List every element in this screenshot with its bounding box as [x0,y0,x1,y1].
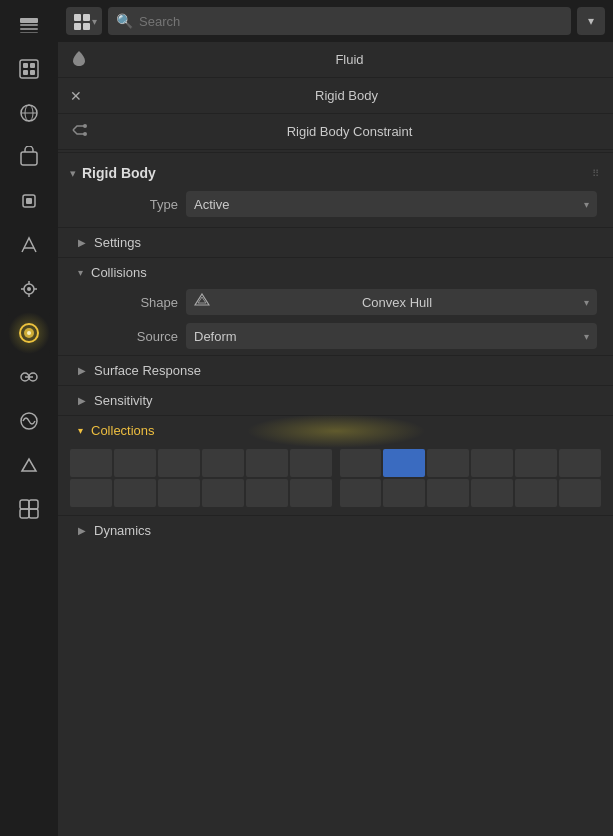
search-box[interactable]: 🔍 [108,7,571,35]
divider-4 [58,355,613,356]
rigid-body-panel-header[interactable]: ✕ Rigid Body [58,78,613,114]
grid-cell[interactable] [471,449,513,477]
surface-response-subsection[interactable]: ▶ Surface Response [58,358,613,383]
type-dropdown[interactable]: Active ▾ [186,191,597,217]
close-icon[interactable]: ✕ [70,88,82,104]
grid-cell[interactable] [515,449,557,477]
rigid-body-constraint-panel-header[interactable]: Rigid Body Constraint [58,114,613,150]
collections-subsection[interactable]: ▾ Collections [58,418,613,443]
surface-response-label: Surface Response [94,363,201,378]
collections-grid-area [58,443,613,513]
grid-cell[interactable] [114,449,156,477]
svg-rect-29 [20,500,29,509]
grid-cell[interactable] [290,449,332,477]
grid-cell[interactable] [70,449,112,477]
sidebar-icon-world[interactable] [8,136,50,178]
grid-cell[interactable] [559,449,601,477]
sidebar-icon-view[interactable] [8,48,50,90]
fluid-icon [70,49,88,71]
divider-2 [58,227,613,228]
sidebar-icon-modifier[interactable] [8,224,50,266]
rigid-body-section-title[interactable]: ▾ Rigid Body ⠿ [58,159,613,187]
svg-rect-12 [21,152,37,165]
grid-cell[interactable] [340,479,382,507]
search-input[interactable] [139,14,563,29]
svg-point-37 [83,124,87,128]
grid-cell[interactable] [246,449,288,477]
chevron-down-icon: ▾ [584,297,589,308]
grid-cell-active[interactable] [383,449,425,477]
type-label: Type [98,197,178,212]
collections-grid-right [340,449,602,507]
type-value: Active [194,197,229,212]
sensitivity-subsection[interactable]: ▶ Sensitivity [58,388,613,413]
svg-rect-6 [30,63,35,68]
svg-rect-4 [20,60,38,78]
editor-type-button[interactable]: ▾ [66,7,102,35]
rigid-body-title: Rigid Body [82,165,156,181]
svg-rect-1 [20,24,38,26]
dynamics-label: Dynamics [94,523,151,538]
svg-point-17 [27,287,31,291]
collisions-chevron: ▾ [78,267,83,278]
grid-cell[interactable] [290,479,332,507]
grid-cell[interactable] [158,479,200,507]
sensitivity-chevron: ▶ [78,395,86,406]
divider-1 [58,152,613,153]
grid-cell[interactable] [427,449,469,477]
svg-rect-30 [29,500,38,509]
grid-cell[interactable] [340,449,382,477]
svg-rect-31 [20,509,29,518]
shape-dropdown[interactable]: Convex Hull ▾ [186,289,597,315]
sidebar-icon-particles[interactable] [8,268,50,310]
grid-cell[interactable] [158,449,200,477]
source-property-row: Source Deform ▾ [58,319,613,353]
grid-cell[interactable] [246,479,288,507]
constraint-icon [70,121,88,143]
divider-3 [58,257,613,258]
dynamics-chevron: ▶ [78,525,86,536]
collections-label: Collections [91,423,155,438]
source-value: Deform [194,329,237,344]
sidebar-icon-physics[interactable] [8,312,50,354]
sidebar-icon-constraints[interactable] [8,356,50,398]
drag-handle: ⠿ [592,168,601,179]
grid-cell[interactable] [471,479,513,507]
svg-rect-14 [26,198,32,204]
grid-cell[interactable] [383,479,425,507]
grid-cell[interactable] [559,479,601,507]
dynamics-subsection[interactable]: ▶ Dynamics [58,518,613,543]
svg-rect-7 [23,70,28,75]
sidebar-icon-output[interactable] [8,4,50,46]
shape-value: Convex Hull [362,295,432,310]
collections-chevron: ▾ [78,425,83,436]
grid-cell[interactable] [202,449,244,477]
expand-button[interactable]: ▾ [577,7,605,35]
settings-chevron: ▶ [78,237,86,248]
shape-label: Shape [98,295,178,310]
sidebar-icon-collection[interactable] [8,488,50,530]
collapse-chevron: ▾ [70,167,76,180]
divider-5 [58,385,613,386]
svg-rect-2 [20,28,38,30]
svg-rect-33 [74,14,81,21]
topbar: ▾ 🔍 ▾ [58,0,613,42]
source-dropdown[interactable]: Deform ▾ [186,323,597,349]
fluid-panel-header[interactable]: Fluid [58,42,613,78]
sidebar-icon-scene[interactable] [8,92,50,134]
grid-cell[interactable] [70,479,112,507]
sidebar-icon-shader[interactable] [8,400,50,442]
collisions-subsection[interactable]: ▾ Collisions [58,260,613,285]
svg-point-23 [24,328,34,338]
svg-point-22 [20,324,38,342]
grid-cell[interactable] [114,479,156,507]
settings-subsection[interactable]: ▶ Settings [58,230,613,255]
sidebar-icon-object[interactable] [8,180,50,222]
grid-cell[interactable] [427,479,469,507]
rigid-body-section: ▾ Rigid Body ⠿ Type Active ▾ [58,155,613,225]
sidebar-icon-data[interactable] [8,444,50,486]
type-property-row: Type Active ▾ [58,187,613,221]
svg-rect-5 [23,63,28,68]
grid-cell[interactable] [515,479,557,507]
grid-cell[interactable] [202,479,244,507]
